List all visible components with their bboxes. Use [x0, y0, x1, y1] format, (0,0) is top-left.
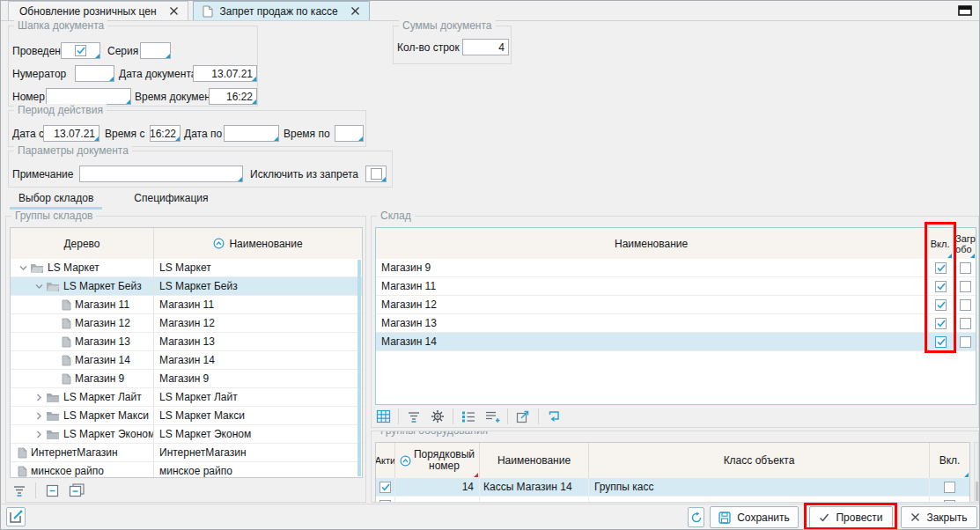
- sklad-name-cell: Магазин 12: [376, 296, 928, 313]
- tree-row[interactable]: LS Маркет ЭкономLS Маркет Эконом: [11, 425, 362, 444]
- column-header-tree[interactable]: Дерево: [11, 228, 154, 259]
- tree-item-label: Магазин 12: [75, 317, 130, 329]
- time-from-field[interactable]: 16:22: [150, 125, 181, 142]
- tree-row[interactable]: ИнтернетМагазинИнтернетМагазин: [11, 444, 362, 462]
- tree-row[interactable]: LS Маркет МаксиLS Маркет Макси: [11, 407, 362, 425]
- column-header-name[interactable]: Наименование: [480, 443, 589, 478]
- post-button[interactable]: Провести: [809, 506, 893, 528]
- collapse-icon[interactable]: [43, 482, 61, 499]
- chevron-down-icon[interactable]: [32, 282, 46, 291]
- reload-icon[interactable]: [545, 408, 563, 425]
- chevron-right-icon[interactable]: [32, 411, 46, 421]
- equipment-scrollbar[interactable]: [974, 442, 979, 503]
- sklad-row[interactable]: Магазин 9: [376, 259, 976, 277]
- sort-asc-icon: [213, 238, 225, 249]
- tree-row[interactable]: минское райпоминское райпо: [11, 462, 362, 477]
- settings-icon[interactable]: [429, 408, 446, 425]
- vkl-checkbox[interactable]: [935, 281, 947, 292]
- export-icon[interactable]: [514, 408, 532, 425]
- column-header-zagr[interactable]: Загробо: [954, 228, 976, 259]
- chevron-down-icon[interactable]: [16, 263, 30, 273]
- zagr-checkbox[interactable]: [960, 299, 971, 311]
- document-time-field[interactable]: 16:22: [209, 88, 257, 105]
- filter-icon[interactable]: [405, 408, 423, 425]
- tree-row[interactable]: LS Маркет БейзLS Маркет Бейз: [11, 277, 362, 296]
- column-header-order[interactable]: Порядковыйномер: [395, 443, 480, 478]
- grid-icon[interactable]: [374, 408, 392, 425]
- zagr-checkbox[interactable]: [960, 336, 971, 348]
- chevron-right-icon[interactable]: [32, 393, 46, 402]
- row-count-field[interactable]: 4: [462, 39, 509, 55]
- tree-row[interactable]: LS МаркетLS Маркет: [11, 259, 362, 277]
- document-tab-icon: [203, 5, 213, 18]
- tree-row[interactable]: Магазин 14Магазин 14: [11, 351, 362, 370]
- sklad-row[interactable]: Магазин 12: [376, 296, 976, 314]
- date-from-field[interactable]: 13.07.21: [43, 125, 99, 142]
- zagr-checkbox[interactable]: [960, 318, 971, 329]
- add-list-icon[interactable]: [483, 408, 501, 425]
- subtab-active[interactable]: Выбор складов: [10, 189, 102, 210]
- sklad-row[interactable]: Магазин 14: [376, 333, 976, 351]
- tab-inactive[interactable]: Обновление розничных цен: [8, 1, 188, 20]
- refresh-button[interactable]: [688, 507, 704, 527]
- group-warehouse-groups: Группы складов Дерево Наименование LS Ма…: [5, 216, 366, 503]
- tree-row[interactable]: Магазин 13Магазин 13: [11, 333, 362, 351]
- subtab-inactive[interactable]: Спецификация: [125, 189, 217, 210]
- vkl-checkbox[interactable]: [944, 482, 955, 493]
- tree-row[interactable]: Магазин 9Магазин 9: [11, 370, 362, 388]
- column-header-name[interactable]: Наименование: [376, 228, 927, 259]
- posted-checkbox-field[interactable]: [61, 42, 100, 59]
- scrollbar-thumb[interactable]: [976, 482, 979, 501]
- tree-row[interactable]: Магазин 12Магазин 12: [11, 314, 362, 333]
- numerator-field[interactable]: [75, 65, 114, 82]
- sklad-row[interactable]: Магазин 11: [376, 277, 976, 296]
- note-field[interactable]: [79, 166, 243, 182]
- tree-row[interactable]: LS Маркет ЛайтLS Маркет Лайт: [11, 388, 362, 407]
- tree-scrollbar[interactable]: [357, 260, 361, 476]
- tab-close-icon[interactable]: [169, 6, 179, 16]
- close-button[interactable]: Закрыть: [901, 506, 977, 528]
- vkl-checkbox[interactable]: [935, 318, 947, 329]
- sklad-table: Наименование Вкл. Загробо Магазин 9Магаз…: [375, 227, 976, 405]
- sklad-name-cell: Магазин 14: [376, 333, 928, 350]
- exclude-checkbox-field[interactable]: [365, 166, 387, 182]
- filter-icon[interactable]: [11, 482, 28, 499]
- date-to-field[interactable]: [224, 125, 279, 142]
- sklad-row[interactable]: Магазин 13: [376, 314, 976, 333]
- active-checkbox[interactable]: [379, 500, 391, 504]
- time-from-value: 16:22: [150, 128, 176, 140]
- vkl-checkbox[interactable]: [935, 336, 947, 348]
- column-header-vkl[interactable]: Вкл.: [927, 228, 954, 259]
- tab-close-icon[interactable]: [350, 6, 360, 16]
- column-header-name[interactable]: Наименование: [154, 228, 362, 259]
- equipment-name-value: Кассы Магазин 14: [483, 481, 572, 493]
- document-date-field[interactable]: 13.07.21: [193, 65, 257, 82]
- chevron-right-icon[interactable]: [32, 430, 46, 439]
- zagr-checkbox[interactable]: [960, 262, 971, 274]
- exclude-checkbox[interactable]: [371, 168, 382, 180]
- edit-button[interactable]: [6, 507, 26, 526]
- tree-name-label: LS Маркет Лайт: [159, 391, 238, 403]
- warehouse-tree-table: Дерево Наименование LS МаркетLS МаркетLS…: [10, 227, 363, 478]
- vkl-checkbox[interactable]: [935, 262, 947, 274]
- restore-window-icon[interactable]: [958, 5, 972, 16]
- posted-checkbox[interactable]: [75, 45, 86, 56]
- zagr-checkbox[interactable]: [960, 281, 971, 292]
- vkl-checkbox[interactable]: [935, 299, 947, 311]
- active-checkbox[interactable]: [379, 482, 391, 493]
- equipment-row[interactable]: 14Кассы Магазин 14Группы касс: [376, 478, 969, 497]
- column-header-vkl[interactable]: Вкл.: [930, 443, 969, 478]
- equipment-class-value: Группы касс: [594, 481, 654, 493]
- series-field[interactable]: [140, 42, 171, 59]
- save-button[interactable]: Сохранить: [710, 506, 799, 528]
- tab-active[interactable]: Запрет продаж по кассе: [193, 1, 370, 20]
- time-to-field[interactable]: [335, 125, 364, 142]
- tree-row[interactable]: Магазин 11Магазин 11: [11, 296, 362, 314]
- collapse-all-icon[interactable]: [68, 482, 85, 499]
- number-field[interactable]: [46, 88, 131, 105]
- equipment-row[interactable]: [376, 497, 969, 503]
- numbered-list-icon[interactable]: [460, 408, 477, 425]
- column-header-active[interactable]: Акти: [376, 443, 395, 478]
- column-header-class[interactable]: Класс объекта: [589, 443, 930, 478]
- vkl-checkbox[interactable]: [944, 500, 955, 504]
